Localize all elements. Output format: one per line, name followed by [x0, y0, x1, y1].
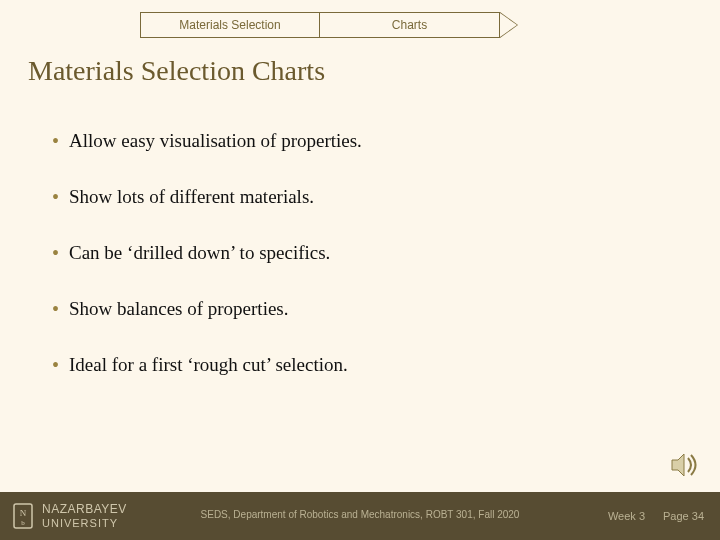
bullet-text: Allow easy visualisation of properties.	[69, 130, 362, 152]
breadcrumb-item-materials-selection: Materials Selection	[140, 12, 320, 38]
bullet-icon: •	[52, 130, 59, 152]
chevron-right-icon	[500, 12, 518, 38]
footer-week: Week 3	[608, 510, 645, 522]
bullet-list: • Allow easy visualisation of properties…	[52, 130, 680, 410]
bullet-text: Ideal for a first ‘rough cut’ selection.	[69, 354, 348, 376]
list-item: • Show balances of properties.	[52, 298, 680, 320]
bullet-icon: •	[52, 354, 59, 376]
breadcrumb-item-charts: Charts	[320, 12, 500, 38]
bullet-text: Show balances of properties.	[69, 298, 289, 320]
list-item: • Show lots of different materials.	[52, 186, 680, 208]
bullet-icon: •	[52, 186, 59, 208]
list-item: • Can be ‘drilled down’ to specifics.	[52, 242, 680, 264]
speaker-icon	[668, 448, 702, 482]
bullet-icon: •	[52, 242, 59, 264]
bullet-text: Can be ‘drilled down’ to specifics.	[69, 242, 330, 264]
list-item: • Ideal for a first ‘rough cut’ selectio…	[52, 354, 680, 376]
breadcrumb: Materials Selection Charts	[140, 12, 518, 38]
svg-marker-0	[672, 454, 684, 476]
bullet-text: Show lots of different materials.	[69, 186, 314, 208]
bullet-icon: •	[52, 298, 59, 320]
footer-page: Page 34	[663, 510, 704, 522]
svg-text:b: b	[21, 519, 25, 527]
page-title: Materials Selection Charts	[28, 55, 325, 87]
footer: N b NAZARBAYEV UNIVERSITY SEDS, Departme…	[0, 492, 720, 540]
list-item: • Allow easy visualisation of properties…	[52, 130, 680, 152]
